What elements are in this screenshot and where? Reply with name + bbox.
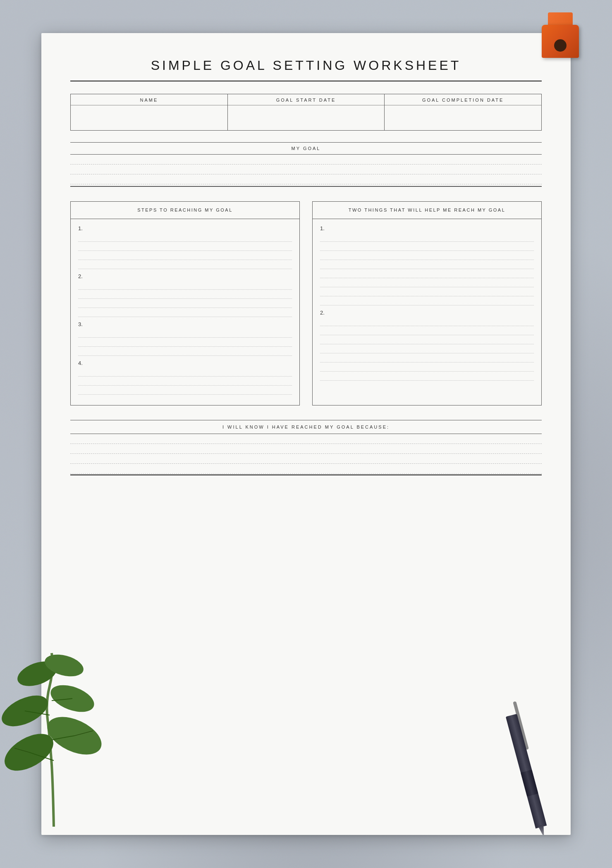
thing-number-2: 2. [320,310,534,316]
bottom-final-line [70,475,542,475]
completion-date-field-box: GOAL COMPLETION DATE [385,94,542,131]
start-date-content[interactable] [228,105,385,130]
bottom-dotted-lines [70,434,542,474]
step-item-2: 2. [78,273,292,317]
name-content[interactable] [71,105,227,130]
worksheet-paper: SIMPLE GOAL SETTING WORKSHEET NAME GOAL … [41,33,571,835]
name-field-box: NAME [70,94,228,131]
step-2-lines [78,281,292,317]
steps-box: STEPS TO REACHING MY GOAL 1. 2. [70,201,300,405]
steps-header: STEPS TO REACHING MY GOAL [71,202,299,219]
completion-date-content[interactable] [385,105,541,130]
bottom-section-label: I WILL KNOW I HAVE REACHED MY GOAL BECAU… [70,420,542,434]
goal-line-2[interactable] [70,165,542,174]
plant-decoration [0,620,116,827]
thing-number-1: 1. [320,225,534,231]
my-goal-lines [70,155,542,184]
step-number-1: 1. [78,225,292,231]
thing-1-lines [320,233,534,305]
bottom-line-2[interactable] [70,444,542,454]
goal-line-1[interactable] [70,155,542,165]
two-column-section: STEPS TO REACHING MY GOAL 1. 2. [70,201,542,405]
bottom-line-3[interactable] [70,454,542,464]
header-fields-row: NAME GOAL START DATE GOAL COMPLETION DAT… [70,94,542,131]
two-things-box: TWO THINGS THAT WILL HELP ME REACH MY GO… [312,201,542,405]
worksheet-title: SIMPLE GOAL SETTING WORKSHEET [70,58,542,73]
step-item-1: 1. [78,225,292,269]
step-1-lines [78,233,292,269]
step-number-4: 4. [78,360,292,366]
step-4-lines [78,367,292,395]
bottom-line-1[interactable] [70,434,542,444]
my-goal-label: MY GOAL [70,142,542,155]
name-label: NAME [71,94,227,105]
two-things-header: TWO THINGS THAT WILL HELP ME REACH MY GO… [313,202,541,219]
title-underline [70,81,542,81]
step-item-4: 4. [78,360,292,395]
completion-date-label: GOAL COMPLETION DATE [385,94,541,105]
thing-item-1: 1. [320,225,534,305]
thing-2-lines [320,317,534,381]
start-date-field-box: GOAL START DATE [228,94,385,131]
thing-item-2: 2. [320,310,534,381]
start-date-label: GOAL START DATE [228,94,385,105]
my-goal-bottom-line [70,186,542,187]
steps-content: 1. 2. [71,219,299,405]
step-number-3: 3. [78,321,292,327]
step-3-lines [78,329,292,356]
step-number-2: 2. [78,273,292,279]
step-item-3: 3. [78,321,292,356]
two-things-content: 1. 2. [313,219,541,391]
sharpener-decoration [542,12,579,58]
bottom-line-4[interactable] [70,464,542,474]
goal-line-3[interactable] [70,174,542,184]
